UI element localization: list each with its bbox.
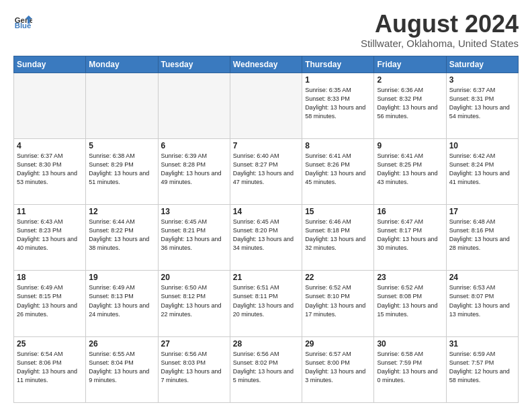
- calendar-week-row: 11Sunrise: 6:43 AMSunset: 8:23 PMDayligh…: [14, 205, 519, 271]
- calendar-week-row: 1Sunrise: 6:35 AMSunset: 8:33 PMDaylight…: [14, 73, 519, 138]
- day-number: 17: [449, 207, 515, 216]
- day-info: Sunrise: 6:35 AMSunset: 8:33 PMDaylight:…: [305, 86, 371, 121]
- day-info: Sunrise: 6:56 AMSunset: 8:03 PMDaylight:…: [161, 350, 227, 385]
- table-row: 2Sunrise: 6:36 AMSunset: 8:32 PMDaylight…: [374, 73, 446, 138]
- day-number: 7: [233, 141, 299, 150]
- day-info: Sunrise: 6:42 AMSunset: 8:24 PMDaylight:…: [449, 152, 515, 187]
- day-info: Sunrise: 6:59 AMSunset: 7:57 PMDaylight:…: [449, 350, 515, 385]
- table-row: 11Sunrise: 6:43 AMSunset: 8:23 PMDayligh…: [14, 205, 86, 271]
- day-number: 25: [17, 339, 83, 349]
- day-number: 13: [161, 207, 227, 216]
- table-row: 1Sunrise: 6:35 AMSunset: 8:33 PMDaylight…: [302, 73, 374, 138]
- table-row: 9Sunrise: 6:41 AMSunset: 8:25 PMDaylight…: [374, 138, 446, 204]
- day-number: 27: [161, 339, 227, 349]
- table-row: 15Sunrise: 6:46 AMSunset: 8:18 PMDayligh…: [302, 205, 374, 271]
- day-number: 20: [161, 273, 227, 282]
- table-row: 30Sunrise: 6:58 AMSunset: 7:59 PMDayligh…: [374, 336, 446, 402]
- table-row: 28Sunrise: 6:56 AMSunset: 8:02 PMDayligh…: [230, 336, 302, 402]
- day-number: 14: [233, 207, 299, 216]
- day-number: 1: [305, 75, 371, 85]
- table-row: 14Sunrise: 6:45 AMSunset: 8:20 PMDayligh…: [230, 205, 302, 271]
- day-number: 16: [377, 207, 443, 216]
- col-sunday: Sunday: [14, 56, 86, 73]
- day-info: Sunrise: 6:46 AMSunset: 8:18 PMDaylight:…: [305, 218, 371, 253]
- table-row: 12Sunrise: 6:44 AMSunset: 8:22 PMDayligh…: [86, 205, 158, 271]
- day-number: 30: [377, 339, 443, 349]
- day-info: Sunrise: 6:41 AMSunset: 8:25 PMDaylight:…: [377, 152, 443, 187]
- col-saturday: Saturday: [446, 56, 518, 73]
- table-row: 25Sunrise: 6:54 AMSunset: 8:06 PMDayligh…: [14, 336, 86, 402]
- day-info: Sunrise: 6:36 AMSunset: 8:32 PMDaylight:…: [377, 86, 443, 121]
- day-info: Sunrise: 6:52 AMSunset: 8:08 PMDaylight:…: [377, 283, 443, 318]
- table-row: 31Sunrise: 6:59 AMSunset: 7:57 PMDayligh…: [446, 336, 518, 402]
- day-info: Sunrise: 6:56 AMSunset: 8:02 PMDaylight:…: [233, 350, 299, 385]
- day-number: 28: [233, 339, 299, 349]
- day-info: Sunrise: 6:50 AMSunset: 8:12 PMDaylight:…: [161, 283, 227, 318]
- day-number: 31: [449, 339, 515, 349]
- header: General Blue August 2024 Stillwater, Okl…: [13, 11, 519, 49]
- logo-icon: General Blue: [13, 11, 32, 30]
- table-row: 18Sunrise: 6:49 AMSunset: 8:15 PMDayligh…: [14, 271, 86, 336]
- day-number: 3: [449, 75, 515, 85]
- table-row: 6Sunrise: 6:39 AMSunset: 8:28 PMDaylight…: [158, 138, 230, 204]
- main-title: August 2024: [361, 11, 519, 38]
- day-number: 22: [305, 273, 371, 282]
- day-number: 26: [89, 339, 154, 349]
- day-number: 12: [89, 207, 154, 216]
- day-number: 4: [17, 141, 83, 150]
- table-row: 29Sunrise: 6:57 AMSunset: 8:00 PMDayligh…: [302, 336, 374, 402]
- day-number: 5: [89, 141, 154, 150]
- table-row: [158, 73, 230, 138]
- calendar-week-row: 4Sunrise: 6:37 AMSunset: 8:30 PMDaylight…: [14, 138, 519, 204]
- day-info: Sunrise: 6:40 AMSunset: 8:27 PMDaylight:…: [233, 152, 299, 187]
- table-row: 8Sunrise: 6:41 AMSunset: 8:26 PMDaylight…: [302, 138, 374, 204]
- col-thursday: Thursday: [302, 56, 374, 73]
- day-info: Sunrise: 6:38 AMSunset: 8:29 PMDaylight:…: [89, 152, 154, 187]
- day-info: Sunrise: 6:57 AMSunset: 8:00 PMDaylight:…: [305, 350, 371, 385]
- table-row: 27Sunrise: 6:56 AMSunset: 8:03 PMDayligh…: [158, 336, 230, 402]
- day-number: 21: [233, 273, 299, 282]
- table-row: 3Sunrise: 6:37 AMSunset: 8:31 PMDaylight…: [446, 73, 518, 138]
- table-row: 4Sunrise: 6:37 AMSunset: 8:30 PMDaylight…: [14, 138, 86, 204]
- table-row: 24Sunrise: 6:53 AMSunset: 8:07 PMDayligh…: [446, 271, 518, 336]
- day-info: Sunrise: 6:49 AMSunset: 8:13 PMDaylight:…: [89, 283, 154, 318]
- day-info: Sunrise: 6:37 AMSunset: 8:30 PMDaylight:…: [17, 152, 83, 187]
- table-row: 16Sunrise: 6:47 AMSunset: 8:17 PMDayligh…: [374, 205, 446, 271]
- table-row: 13Sunrise: 6:45 AMSunset: 8:21 PMDayligh…: [158, 205, 230, 271]
- table-row: 5Sunrise: 6:38 AMSunset: 8:29 PMDaylight…: [86, 138, 158, 204]
- col-friday: Friday: [374, 56, 446, 73]
- table-row: 21Sunrise: 6:51 AMSunset: 8:11 PMDayligh…: [230, 271, 302, 336]
- table-row: 20Sunrise: 6:50 AMSunset: 8:12 PMDayligh…: [158, 271, 230, 336]
- calendar-week-row: 18Sunrise: 6:49 AMSunset: 8:15 PMDayligh…: [14, 271, 519, 336]
- day-number: 29: [305, 339, 371, 349]
- col-monday: Monday: [86, 56, 158, 73]
- calendar-week-row: 25Sunrise: 6:54 AMSunset: 8:06 PMDayligh…: [14, 336, 519, 402]
- day-info: Sunrise: 6:48 AMSunset: 8:16 PMDaylight:…: [449, 218, 515, 253]
- day-info: Sunrise: 6:53 AMSunset: 8:07 PMDaylight:…: [449, 283, 515, 318]
- table-row: 23Sunrise: 6:52 AMSunset: 8:08 PMDayligh…: [374, 271, 446, 336]
- day-number: 15: [305, 207, 371, 216]
- page: General Blue August 2024 Stillwater, Okl…: [0, 0, 532, 411]
- day-number: 23: [377, 273, 443, 282]
- table-row: 10Sunrise: 6:42 AMSunset: 8:24 PMDayligh…: [446, 138, 518, 204]
- day-info: Sunrise: 6:47 AMSunset: 8:17 PMDaylight:…: [377, 218, 443, 253]
- table-row: 7Sunrise: 6:40 AMSunset: 8:27 PMDaylight…: [230, 138, 302, 204]
- table-row: 19Sunrise: 6:49 AMSunset: 8:13 PMDayligh…: [86, 271, 158, 336]
- day-info: Sunrise: 6:54 AMSunset: 8:06 PMDaylight:…: [17, 350, 83, 385]
- day-info: Sunrise: 6:52 AMSunset: 8:10 PMDaylight:…: [305, 283, 371, 318]
- table-row: [86, 73, 158, 138]
- day-info: Sunrise: 6:45 AMSunset: 8:20 PMDaylight:…: [233, 218, 299, 253]
- day-info: Sunrise: 6:41 AMSunset: 8:26 PMDaylight:…: [305, 152, 371, 187]
- table-row: 17Sunrise: 6:48 AMSunset: 8:16 PMDayligh…: [446, 205, 518, 271]
- table-row: [14, 73, 86, 138]
- logo: General Blue: [13, 11, 32, 30]
- day-info: Sunrise: 6:51 AMSunset: 8:11 PMDaylight:…: [233, 283, 299, 318]
- day-number: 10: [449, 141, 515, 150]
- table-row: 26Sunrise: 6:55 AMSunset: 8:04 PMDayligh…: [86, 336, 158, 402]
- day-info: Sunrise: 6:49 AMSunset: 8:15 PMDaylight:…: [17, 283, 83, 318]
- day-info: Sunrise: 6:58 AMSunset: 7:59 PMDaylight:…: [377, 350, 443, 385]
- calendar-header-row: Sunday Monday Tuesday Wednesday Thursday…: [14, 56, 519, 73]
- day-info: Sunrise: 6:37 AMSunset: 8:31 PMDaylight:…: [449, 86, 515, 121]
- day-info: Sunrise: 6:43 AMSunset: 8:23 PMDaylight:…: [17, 218, 83, 253]
- day-number: 2: [377, 75, 443, 85]
